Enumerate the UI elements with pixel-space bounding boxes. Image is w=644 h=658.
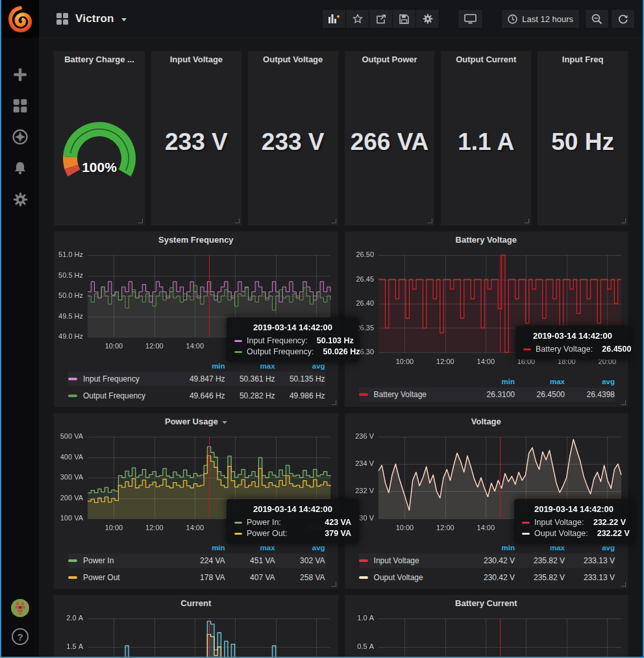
legend-header-avg[interactable]: avg (275, 544, 325, 552)
legend-stat-value: 407 VA (225, 573, 275, 582)
panel-title-input-voltage[interactable]: Input Voltage (170, 51, 223, 68)
panel-current: Current (53, 594, 339, 658)
panel-resize-handle[interactable] (621, 400, 626, 405)
help-button[interactable]: ? (12, 628, 29, 645)
legend-header-max[interactable]: max (515, 378, 565, 385)
tooltip-series-label: Ouput Voltage: (534, 529, 588, 538)
gauge-value: 100% (82, 160, 117, 175)
dashboard-grid-icon[interactable] (56, 13, 68, 25)
panel-resize-handle[interactable] (621, 219, 626, 223)
legend-header-max[interactable]: max (225, 544, 275, 552)
panel-title-current[interactable]: Current (54, 595, 338, 612)
tooltip-series-label: Output Frequency: (247, 347, 314, 356)
legend-header-min[interactable]: min (175, 544, 225, 552)
legend-header-avg[interactable]: avg (565, 544, 615, 552)
legend-stat-value: 178 VA (175, 573, 225, 582)
grafana-logo[interactable] (1, 0, 39, 38)
sidebar-item-explore[interactable] (12, 128, 29, 145)
legend-header-max[interactable]: max (225, 362, 275, 370)
legend-stat-value: 49.646 Hz (175, 391, 225, 400)
panel-resize-handle[interactable] (332, 400, 336, 405)
panel-title-output-voltage[interactable]: Output Voltage (263, 51, 323, 68)
legend-stat-value: 451 VA (225, 556, 275, 565)
sidebar-item-dashboards[interactable] (12, 97, 29, 114)
legend-header-min[interactable]: min (175, 362, 225, 370)
add-panel-icon (328, 14, 340, 23)
legend-stat-value: 26.4500 (515, 390, 565, 399)
zoom-out-icon (591, 14, 602, 25)
legend-swatch-icon (68, 378, 77, 380)
legend-series-name[interactable]: Battery Voltage (374, 390, 465, 399)
legend-header-max[interactable]: max (515, 544, 565, 552)
gauge-arc: 100% (54, 108, 145, 186)
panel-title-system-frequency[interactable]: System Frequency (54, 232, 338, 249)
chevron-down-icon[interactable] (121, 18, 127, 21)
panel-title-output-power[interactable]: Output Power (362, 51, 417, 68)
panel-title-battery-charge[interactable]: Battery Charge ... (64, 51, 134, 68)
tooltip-row: Power In:423 VA (234, 518, 351, 527)
time-range-button[interactable]: Last 12 hours (501, 9, 580, 29)
user-avatar[interactable] (10, 598, 30, 618)
star-button[interactable] (345, 9, 369, 29)
tooltip-swatch-icon (234, 533, 242, 535)
legend-row[interactable]: Output Frequency49.646 Hz50.282 Hz49.986… (68, 389, 325, 403)
legend-row[interactable]: Input Frequency49.847 Hz50.361 Hz50.135 … (68, 372, 325, 386)
sidebar-item-alerting[interactable] (12, 160, 29, 177)
panel-resize-handle[interactable] (332, 582, 336, 587)
tooltip-row: Output Frequency:50.026 Hz (234, 347, 351, 356)
panel-input-voltage: Input Voltage 233 V (151, 51, 242, 226)
panel-title-input-freq[interactable]: Input Freq (562, 51, 604, 68)
add-panel-button[interactable] (322, 9, 346, 29)
panel-title-power-usage[interactable]: Power Usage (54, 413, 338, 430)
panel-resize-handle[interactable] (621, 582, 626, 587)
legend-header-avg[interactable]: avg (565, 378, 615, 385)
legend-series-name[interactable]: Power In (83, 556, 175, 565)
grid-icon (13, 99, 27, 113)
sidebar-item-create[interactable] (12, 66, 29, 83)
tooltip-row: Ouput Voltage:232.22 V (522, 529, 626, 538)
panel-settings-button[interactable] (415, 9, 440, 29)
share-button[interactable] (369, 9, 393, 29)
legend-series-name[interactable]: Ouput Voltage (374, 573, 465, 582)
tooltip-series-label: Power In: (247, 518, 316, 527)
panel-title-voltage[interactable]: Voltage (345, 413, 628, 430)
legend-series-name[interactable]: Input Voltage (374, 556, 465, 565)
legend-series-name[interactable]: Output Frequency (83, 391, 175, 400)
refresh-button[interactable] (611, 9, 635, 29)
save-button[interactable] (392, 9, 416, 29)
sidebar-item-configuration[interactable] (12, 191, 29, 208)
legend-row[interactable]: Power In224 VA451 VA302 VA (68, 554, 325, 568)
tooltip-timestamp: 2019-03-14 14:42:00 (234, 504, 351, 514)
panel-title-battery-current[interactable]: Battery Current (345, 595, 628, 612)
panel-resize-handle[interactable] (235, 219, 240, 223)
legend-header-avg[interactable]: avg (275, 362, 325, 370)
legend-header: minmaxavg (359, 376, 615, 387)
legend-row[interactable]: Power Out178 VA407 VA258 VA (68, 570, 325, 585)
legend-row[interactable]: Ouput Voltage230.42 V235.82 V233.13 V (359, 570, 615, 585)
legend-stat-value: 50.282 Hz (225, 391, 275, 400)
star-icon (353, 14, 363, 24)
legend-series-name[interactable]: Power Out (83, 573, 175, 582)
legend-row[interactable]: Battery Voltage26.310026.450026.4398 (359, 387, 615, 402)
panel-resize-handle[interactable] (525, 219, 529, 223)
panel-menu-caret-icon[interactable] (222, 421, 227, 424)
panel-input-freq: Input Freq 50 Hz (537, 51, 628, 226)
panel-title-output-current[interactable]: Output Current (456, 51, 516, 68)
battery-current-chart[interactable] (345, 612, 630, 658)
panel-title-battery-voltage[interactable]: Battery Voltage (345, 232, 628, 249)
panel-resize-handle[interactable] (138, 219, 143, 223)
tooltip-swatch-icon (234, 522, 242, 524)
panel-output-current: Output Current 1.1 A (440, 51, 532, 226)
current-chart[interactable] (54, 612, 340, 658)
legend-series-name[interactable]: Input Frequency (83, 374, 175, 384)
legend-stat-value: 224 VA (175, 556, 225, 565)
legend-header-min[interactable]: min (465, 378, 515, 385)
tv-mode-button[interactable] (458, 9, 483, 29)
dashboard-title[interactable]: Victron (75, 12, 114, 25)
panel-resize-handle[interactable] (332, 219, 336, 223)
zoom-out-button[interactable] (585, 9, 609, 29)
legend-header-min[interactable]: min (465, 544, 515, 552)
panel-battery-charge: Battery Charge ... 100% (53, 51, 145, 226)
panel-resize-handle[interactable] (428, 219, 432, 223)
legend-row[interactable]: Input Voltage230.42 V235.82 V233.13 V (359, 554, 615, 568)
